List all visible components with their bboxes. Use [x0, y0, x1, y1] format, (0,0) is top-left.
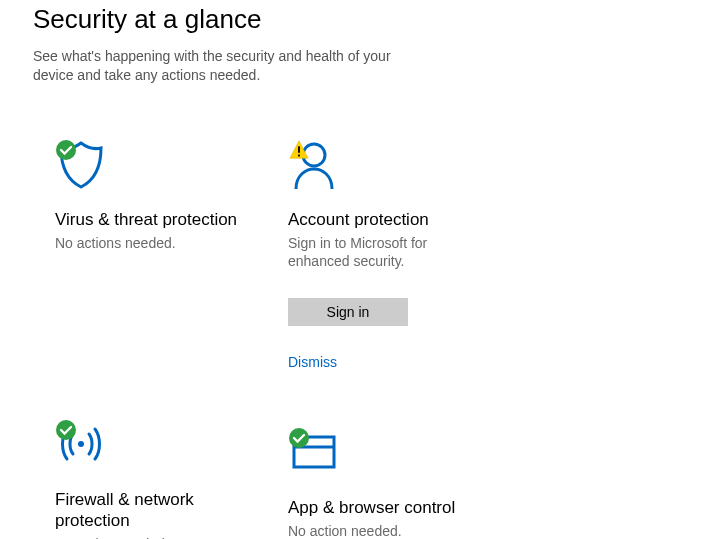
- svg-point-8: [289, 428, 309, 448]
- page-title: Security at a glance: [0, 0, 716, 35]
- check-badge-icon: [55, 139, 77, 161]
- svg-point-5: [56, 420, 76, 440]
- tile-virus-threat[interactable]: Virus & threat protection No actions nee…: [33, 125, 266, 405]
- tile-app-browser[interactable]: App & browser control No action needed.: [266, 405, 499, 539]
- tile-desc: No actions needed.: [55, 234, 244, 252]
- tile-title: App & browser control: [288, 497, 477, 518]
- check-badge-icon: [288, 427, 310, 449]
- svg-rect-2: [298, 146, 300, 152]
- svg-point-0: [56, 140, 76, 160]
- tile-desc: No action needed.: [288, 522, 477, 539]
- page-subtitle: See what's happening with the security a…: [0, 35, 400, 85]
- tile-title: Firewall & network protection: [55, 489, 244, 532]
- tile-firewall-network[interactable]: Firewall & network protection No action …: [33, 405, 266, 539]
- tile-title: Account protection: [288, 209, 477, 230]
- security-tiles: Virus & threat protection No actions nee…: [0, 85, 716, 539]
- sign-in-button[interactable]: Sign in: [288, 298, 408, 326]
- svg-rect-3: [298, 154, 300, 156]
- tile-account-protection[interactable]: Account protection Sign in to Microsoft …: [266, 125, 499, 405]
- window-icon: [288, 427, 340, 479]
- tile-title: Virus & threat protection: [55, 209, 244, 230]
- svg-point-4: [78, 441, 84, 447]
- check-badge-icon: [55, 419, 77, 441]
- warning-badge-icon: [288, 139, 310, 161]
- shield-icon: [55, 139, 107, 191]
- tile-desc: Sign in to Microsoft for enhanced securi…: [288, 234, 477, 270]
- person-icon: [288, 139, 340, 191]
- dismiss-link[interactable]: Dismiss: [288, 354, 337, 370]
- tile-desc: No action needed.: [55, 535, 244, 539]
- antenna-icon: [55, 419, 107, 471]
